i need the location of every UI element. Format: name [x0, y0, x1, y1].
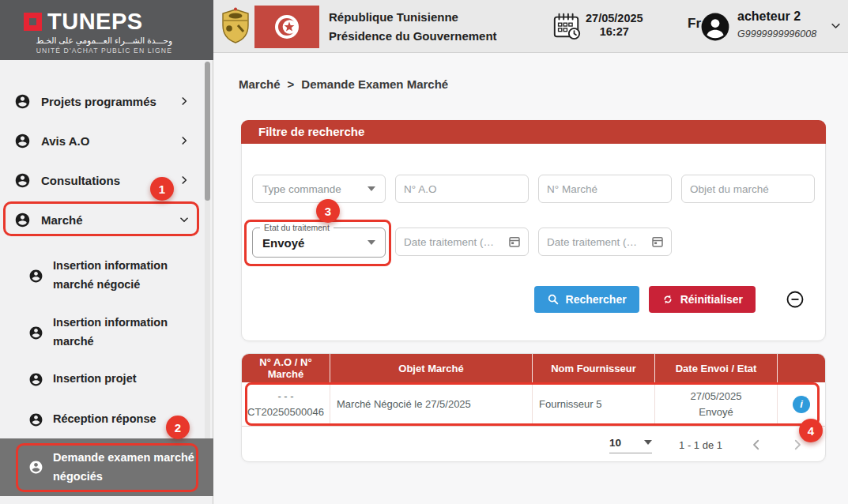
refresh-icon	[661, 293, 674, 306]
logo-subtitle: UNITÉ D'ACHAT PUBLIC EN LIGNE	[24, 47, 172, 55]
objet-marche-input[interactable]	[681, 175, 815, 203]
etat-traitement-label: Etat du traitement	[260, 223, 334, 232]
language-label: Fr	[688, 16, 701, 32]
numero-marche-input[interactable]	[538, 175, 672, 203]
breadcrumb-current: Demande Examen Marché	[301, 77, 448, 91]
breadcrumb-parent[interactable]: Marché	[239, 77, 281, 91]
government-titles: République Tunisienne Présidence du Gouv…	[329, 8, 497, 46]
coat-of-arms	[220, 7, 251, 45]
user-name: acheteur 2	[737, 9, 816, 24]
logo-arabic-text: وحـــدة الشـــراء العـــمومي على الخـط	[24, 36, 172, 45]
breadcrumb: Marché > Demande Examen Marché	[239, 77, 448, 91]
etat-traitement-value: Envoyé	[262, 236, 304, 250]
etat-traitement-select[interactable]: Etat du traitement Envoyé	[252, 228, 386, 258]
chevron-down-icon	[367, 240, 375, 245]
reinitialiser-button[interactable]: Réinitialiser	[649, 286, 756, 313]
filter-panel-title: Filtre de recherche	[241, 120, 826, 144]
account-circle-icon	[28, 412, 43, 427]
reinitialiser-label: Réinitialiser	[680, 293, 743, 306]
current-date: 27/05/2025	[586, 12, 643, 25]
account-circle-icon	[28, 325, 43, 340]
cell-numero-ao: - - -	[277, 389, 293, 404]
account-circle-icon	[28, 372, 43, 387]
account-circle-icon	[14, 172, 31, 189]
tuneps-app: TUNEPS وحـــدة الشـــراء العـــمومي على …	[0, 0, 848, 504]
tuneps-logo-icon	[24, 13, 42, 31]
collapse-filter-button[interactable]	[786, 290, 805, 309]
datetime: 27/05/2025 16:27	[586, 12, 643, 39]
minus-circle-icon	[786, 290, 805, 309]
next-page-button[interactable]	[790, 438, 805, 452]
rechercher-label: Rechercher	[566, 293, 627, 306]
account-circle-icon	[28, 269, 43, 284]
chevron-right-icon	[179, 96, 190, 107]
tunisia-flag	[254, 6, 319, 48]
results-table: N° A.O / N° Marché Objet Marché Nom Four…	[241, 353, 826, 462]
chevron-right-icon	[179, 175, 190, 186]
sidebar-subitem-insertion-projet[interactable]: Insertion projet	[0, 363, 198, 395]
account-circle-icon	[14, 133, 31, 149]
sidebar-subitem-label: Demande examen marché négociés	[53, 449, 213, 487]
sidebar-subitem-insertion-information-marche-negocie[interactable]: Insertion information marché négocié	[0, 254, 198, 297]
sidebar-subitem-label: Insertion information marché négocié	[53, 257, 198, 295]
chevron-right-icon	[790, 438, 805, 452]
sidebar-item-projets-programmes[interactable]: Projets programmés	[0, 84, 202, 118]
numero-ao-input[interactable]	[395, 175, 529, 203]
page-size-value: 10	[609, 437, 621, 449]
current-time: 16:27	[586, 25, 643, 39]
table-row[interactable]: - - - CT20250500046 Marché Négocié le 27…	[242, 382, 825, 427]
chevron-down-icon	[367, 186, 375, 191]
account-circle-icon	[14, 93, 31, 110]
sidebar-item-avis-ao[interactable]: Avis A.O	[0, 123, 202, 158]
row-info-button[interactable]: i	[793, 396, 810, 413]
chevron-down-icon	[644, 440, 652, 445]
title-presidence: Présidence du Gouvernement	[329, 27, 497, 46]
sidebar-subitem-label: Insertion information marché	[53, 314, 198, 352]
page-size-select[interactable]: 10	[609, 437, 652, 453]
sidebar-scrollbar-thumb[interactable]	[205, 62, 210, 201]
tuneps-logo-text: TUNEPS	[47, 9, 143, 35]
breadcrumb-separator: >	[288, 77, 295, 91]
sidebar-item-label: Projets programmés	[41, 95, 156, 108]
sidebar-item-label: Avis A.O	[41, 134, 89, 148]
column-header-date-etat: Date Envoi / Etat	[655, 354, 778, 382]
account-circle-icon	[28, 460, 43, 475]
calendar-icon[interactable]	[507, 235, 522, 249]
calendar-icon[interactable]	[650, 235, 665, 249]
sidebar-subitem-label: Insertion projet	[53, 370, 137, 389]
sidebar-item-label: Marché	[41, 213, 83, 227]
cell-nom-fournisseur: Fournisseur 5	[539, 397, 648, 412]
sidebar-item-marche[interactable]: Marché	[0, 202, 202, 237]
pagination-range: 1 - 1 de 1	[679, 439, 722, 451]
rechercher-button[interactable]: Rechercher	[534, 286, 639, 313]
table-header-row: N° A.O / N° Marché Objet Marché Nom Four…	[242, 354, 825, 382]
sidebar: TUNEPS وحـــدة الشـــراء العـــمومي على …	[0, 0, 213, 504]
user-avatar[interactable]	[700, 12, 730, 42]
main-area: République Tunisienne Présidence du Gouv…	[213, 0, 848, 504]
sidebar-item-consultations[interactable]: Consultations	[0, 163, 202, 197]
pagination-bar: 10 1 - 1 de 1	[242, 427, 825, 462]
top-header: République Tunisienne Présidence du Gouv…	[213, 0, 848, 53]
account-circle-icon	[14, 212, 31, 228]
chevron-left-icon	[749, 438, 763, 452]
sidebar-subitem-reception-reponse[interactable]: Réception réponse	[0, 404, 198, 435]
user-info[interactable]: acheteur 2 G9999999996008	[737, 9, 816, 39]
column-header-ao-marche: N° A.O / N° Marché	[242, 354, 330, 382]
calendar-clock-icon	[552, 11, 582, 41]
previous-page-button[interactable]	[749, 438, 763, 452]
type-commande-placeholder: Type commande	[262, 183, 341, 195]
chevron-right-icon	[179, 135, 190, 146]
type-commande-select[interactable]: Type commande	[252, 175, 386, 203]
column-header-actions	[778, 354, 825, 382]
cell-objet-marche: Marché Négocié le 27/5/2025	[337, 397, 526, 412]
title-republique: République Tunisienne	[329, 8, 497, 27]
cell-date-envoi: 27/05/2025	[690, 389, 741, 404]
chevron-down-icon	[179, 214, 190, 225]
column-header-objet: Objet Marché	[330, 354, 533, 382]
search-filter-panel: Filtre de recherche Type commande Etat d…	[241, 120, 826, 341]
user-menu-chevron-icon[interactable]	[830, 20, 842, 32]
logo-block[interactable]: TUNEPS وحـــدة الشـــراء العـــمومي على …	[0, 0, 213, 60]
sidebar-subitem-insertion-information-marche[interactable]: Insertion information marché	[0, 311, 198, 354]
cell-numero-marche: CT20250500046	[247, 404, 324, 420]
sidebar-subitem-demande-examen-marche-negocies[interactable]: Demande examen marché négociés	[0, 438, 213, 496]
